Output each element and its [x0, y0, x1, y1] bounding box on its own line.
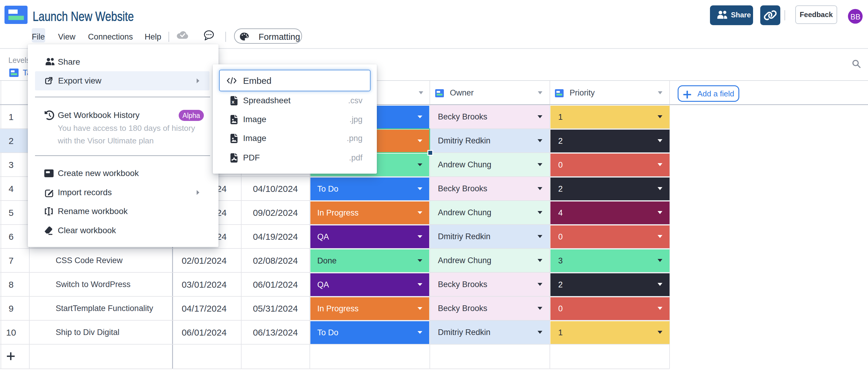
svg-text:x: x	[232, 99, 235, 105]
